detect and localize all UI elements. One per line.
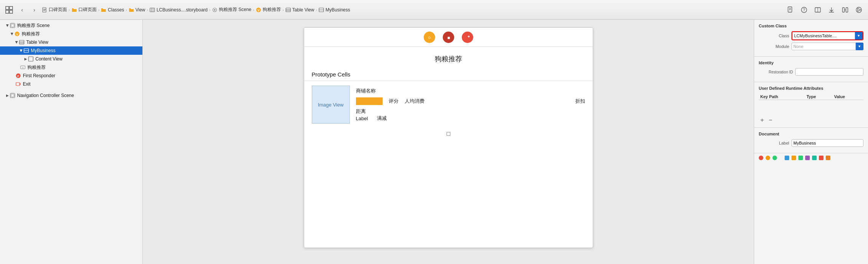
breadcrumb-sep-1: › bbox=[69, 8, 70, 12]
back-button[interactable]: ‹ bbox=[18, 5, 27, 14]
cell-discount-label: 折扣 bbox=[575, 98, 585, 105]
sidebar-label-scene: 狗粮推荐 Scene bbox=[17, 22, 49, 29]
class-row: Class LCMyBusinessTable.... ▼ bbox=[759, 31, 863, 40]
library-button[interactable] bbox=[840, 5, 850, 15]
maximize-button-wc[interactable] bbox=[772, 156, 777, 160]
svg-text:F: F bbox=[18, 75, 19, 78]
breadcrumb-sep-7: › bbox=[282, 8, 284, 12]
color-purple-wc[interactable] bbox=[805, 156, 810, 160]
svg-text:⊙: ⊙ bbox=[428, 36, 431, 40]
cell-shop-name: 商铺名称 bbox=[356, 87, 376, 94]
svg-rect-1 bbox=[10, 6, 13, 10]
folder-icon-2 bbox=[101, 8, 106, 12]
doc-label-row: Label bbox=[759, 139, 863, 147]
minimize-button-wc[interactable] bbox=[766, 156, 770, 160]
window-controls bbox=[754, 153, 868, 162]
remove-attribute-button[interactable]: − bbox=[767, 117, 774, 124]
breadcrumb-item-storyboard[interactable]: LCBusiness....storyboard bbox=[150, 7, 207, 13]
svg-rect-30 bbox=[846, 8, 848, 12]
help-button[interactable]: ? bbox=[799, 5, 809, 15]
toolbar-right: ? bbox=[785, 5, 864, 15]
main-area: ▶ 狗粮推荐 Scene ▶ V 狗粮推荐 ▶ bbox=[0, 20, 868, 264]
breadcrumb-item-doc[interactable]: 口碑页面 bbox=[42, 6, 67, 13]
color-blue-wc[interactable] bbox=[785, 156, 789, 160]
mybusiness-triangle: ▶ bbox=[19, 49, 23, 52]
run-button[interactable] bbox=[854, 5, 864, 15]
forward-button[interactable]: › bbox=[30, 5, 39, 14]
svg-rect-20 bbox=[788, 7, 792, 12]
download-button[interactable] bbox=[826, 5, 837, 15]
sidebar-item-navscene[interactable]: ▶ Navigation Controller Scene bbox=[0, 91, 142, 100]
sidebar-item-scene[interactable]: ▶ 狗粮推荐 Scene bbox=[0, 21, 142, 30]
module-value-display[interactable]: None bbox=[791, 43, 856, 50]
udra-table: Key Path Type Value bbox=[759, 94, 863, 115]
color-orange-wc[interactable] bbox=[791, 156, 796, 160]
custom-class-title: Custom Class bbox=[759, 24, 863, 28]
breadcrumb-item-mybusiness[interactable]: MyBusiness bbox=[319, 7, 350, 13]
breadcrumb-item-classes[interactable]: Classes bbox=[101, 7, 124, 13]
breadcrumb-label-doc: 口碑页面 bbox=[49, 6, 67, 13]
sidebar-label-vc: 狗粮推荐 bbox=[22, 31, 40, 37]
breadcrumb-item-view[interactable]: View bbox=[129, 7, 145, 13]
scene-icon-red[interactable]: ◼ bbox=[443, 32, 454, 43]
sidebar-label-firstresponder: First Responder bbox=[23, 73, 55, 78]
svg-rect-3 bbox=[10, 10, 13, 13]
sidebar-item-tableview[interactable]: ▶ Table View bbox=[0, 38, 142, 46]
breadcrumb-label-view: View bbox=[136, 7, 145, 13]
resize-handle[interactable] bbox=[447, 132, 450, 136]
cell-bottom-row: 距离 bbox=[356, 108, 585, 115]
class-value-display[interactable]: LCMyBusinessTable.... bbox=[792, 32, 855, 40]
col-value: Value bbox=[833, 94, 863, 100]
breadcrumb-label-classes: Classes bbox=[108, 7, 124, 13]
sidebar-label-exit: Exit bbox=[23, 81, 30, 87]
contentview-triangle: ▶ bbox=[24, 57, 27, 61]
class-outline: LCMyBusinessTable.... ▼ bbox=[791, 31, 863, 40]
breadcrumb-item-vc[interactable]: V 狗粮推荐 bbox=[256, 6, 281, 13]
rating-bar bbox=[356, 97, 383, 105]
cell-label-row: Label 满减 bbox=[356, 115, 585, 122]
grid-icon[interactable] bbox=[4, 5, 14, 15]
navscene-triangle: ▶ bbox=[6, 94, 9, 97]
breadcrumb-sep-3: › bbox=[126, 8, 127, 12]
add-attribute-button[interactable]: + bbox=[759, 117, 766, 124]
color-teal-wc[interactable] bbox=[812, 156, 817, 160]
sidebar-item-contentview[interactable]: ▶ Content View bbox=[0, 55, 142, 63]
breadcrumb-item-scene[interactable]: 狗粮推荐 Scene bbox=[212, 6, 251, 13]
sidebar-item-exit[interactable]: Exit bbox=[0, 80, 142, 88]
sidebar-item-gouliangtuijian[interactable]: A 狗粮推荐 bbox=[0, 63, 142, 72]
user-defined-section: User Defined Runtime Attributes Key Path… bbox=[754, 82, 868, 128]
color-green-wc[interactable] bbox=[798, 156, 803, 160]
image-view-box[interactable]: Image View bbox=[312, 86, 350, 124]
doc-label-key: Label bbox=[759, 141, 789, 145]
class-dropdown-btn[interactable]: ▼ bbox=[855, 32, 863, 40]
identity-section: Identity Restoration ID bbox=[754, 57, 868, 82]
color-darkorange-wc[interactable] bbox=[826, 156, 830, 160]
scene-icon-sidebar bbox=[10, 22, 16, 29]
module-dropdown-btn[interactable]: ▼ bbox=[856, 43, 863, 50]
restoration-id-input[interactable] bbox=[795, 68, 863, 76]
sidebar-item-firstresponder[interactable]: F First Responder bbox=[0, 72, 142, 80]
svg-rect-0 bbox=[6, 6, 9, 10]
doc-label-input[interactable] bbox=[791, 139, 863, 147]
color-red-wc[interactable] bbox=[819, 156, 823, 160]
cell-distance-label: 距离 bbox=[356, 108, 366, 115]
folder-icon-1 bbox=[72, 8, 77, 12]
right-panel: Custom Class Class LCMyBusinessTable....… bbox=[754, 20, 868, 264]
sidebar-item-vc[interactable]: ▶ V 狗粮推荐 bbox=[0, 30, 142, 38]
scene-icon-exit[interactable] bbox=[462, 32, 473, 43]
exit-icon-sidebar bbox=[15, 81, 21, 87]
vc-triangle: ▶ bbox=[10, 33, 14, 35]
canvas-area[interactable]: ⊙ ◼ 狗粮推荐 bbox=[143, 20, 754, 264]
breadcrumb-item-folder1[interactable]: 口碑页面 bbox=[72, 6, 97, 13]
scene-icon-orange[interactable]: ⊙ bbox=[424, 32, 435, 43]
breadcrumb-item-tableview[interactable]: Table View bbox=[286, 7, 314, 13]
inspector-button[interactable] bbox=[812, 5, 823, 15]
close-button-wc[interactable] bbox=[759, 156, 763, 160]
scene-triangle: ▶ bbox=[6, 24, 10, 27]
new-file-button[interactable] bbox=[785, 5, 796, 15]
svg-text:?: ? bbox=[803, 8, 805, 12]
svg-text:V: V bbox=[257, 8, 260, 12]
cell-label-label: Label bbox=[356, 116, 368, 121]
sidebar-item-mybusiness[interactable]: ▶ MyBusiness bbox=[0, 46, 142, 55]
sidebar-label-navscene: Navigation Controller Scene bbox=[17, 93, 74, 98]
